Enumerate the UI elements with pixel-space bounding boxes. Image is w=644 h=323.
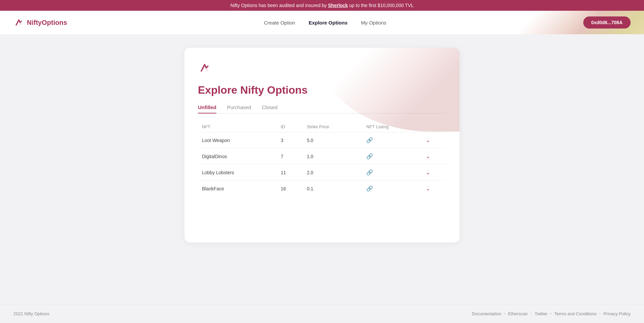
col-nft: NFT <box>198 122 277 132</box>
nft-name-2: Lobby Lobsters <box>198 165 277 181</box>
action-cell-2: ⌄ <box>422 165 446 181</box>
tab-closed[interactable]: Closed <box>262 104 278 113</box>
footer-documentation[interactable]: Documentation <box>472 311 501 316</box>
col-id: ID <box>277 122 303 132</box>
logo-colored: Options <box>42 19 67 26</box>
nft-listing-cell-3: 🔗 <box>362 181 422 197</box>
tab-unfilled[interactable]: Unfilled <box>198 104 216 113</box>
strike-price-2: 2.0 <box>303 165 363 181</box>
table-row: BlankFace 16 0.1 🔗 ⌄ <box>198 181 446 197</box>
title-colored: Nifty Options <box>240 84 308 96</box>
footer-sep-3: • <box>550 311 552 316</box>
col-strike-price: Strike Price <box>303 122 363 132</box>
main-content: Explore Nifty Options Unfilled Purchased… <box>0 34 644 304</box>
header: NiftyOptions Create Option Explore Optio… <box>0 11 644 34</box>
footer-twitter[interactable]: Twitter <box>535 311 547 316</box>
footer-sep-4: • <box>599 311 601 316</box>
table-row: Loot Weapon 3 5.0 🔗 ⌄ <box>198 132 446 148</box>
nav-create-option[interactable]: Create Option <box>264 20 295 26</box>
chevron-down-icon-2[interactable]: ⌄ <box>426 170 430 175</box>
logo-text: NiftyOptions <box>27 19 67 27</box>
link-icon-1[interactable]: 🔗 <box>366 153 373 159</box>
nft-id-3: 16 <box>277 181 303 197</box>
footer-etherscan[interactable]: Etherscan <box>508 311 528 316</box>
link-icon-2[interactable]: 🔗 <box>366 170 373 175</box>
nft-name-3: BlankFace <box>198 181 277 197</box>
card-logo-icon <box>198 61 211 75</box>
footer-sep-1: • <box>504 311 505 316</box>
nft-name-0: Loot Weapon <box>198 132 277 148</box>
wallet-button[interactable]: 0xd0d6...708A <box>583 16 631 29</box>
chevron-down-icon-0[interactable]: ⌄ <box>426 137 430 143</box>
title-regular: Explore <box>198 84 240 96</box>
top-banner: Nifty Options has been audited and insur… <box>0 0 644 11</box>
banner-sherlock-link[interactable]: Sherlock <box>328 3 348 8</box>
nft-name-1: DigitalDinos <box>198 148 277 165</box>
table-row: DigitalDinos 7 1.0 🔗 ⌄ <box>198 148 446 165</box>
nft-id-0: 3 <box>277 132 303 148</box>
col-nft-listing: NFT Listing <box>362 122 422 132</box>
nft-listing-cell-0: 🔗 <box>362 132 422 148</box>
table-row: Lobby Lobsters 11 2.0 🔗 ⌄ <box>198 165 446 181</box>
nft-listing-cell-2: 🔗 <box>362 165 422 181</box>
footer-sep-2: • <box>530 311 532 316</box>
banner-text-before: Nifty Options has been audited and insur… <box>230 3 328 8</box>
footer-links: Documentation • Etherscan • Twitter • Te… <box>472 311 631 316</box>
nft-listing-cell-1: 🔗 <box>362 148 422 165</box>
explore-card: Explore Nifty Options Unfilled Purchased… <box>184 48 460 242</box>
action-cell-0: ⌄ <box>422 132 446 148</box>
footer-privacy[interactable]: Privacy Policy <box>603 311 631 316</box>
logo-area: NiftyOptions <box>13 17 67 28</box>
footer: 2021 Nifty Options Documentation • Ether… <box>0 304 644 323</box>
strike-price-3: 0.1 <box>303 181 363 197</box>
link-icon-0[interactable]: 🔗 <box>366 137 373 143</box>
action-cell-1: ⌄ <box>422 148 446 165</box>
chevron-down-icon-3[interactable]: ⌄ <box>426 186 430 191</box>
tab-purchased[interactable]: Purchased <box>227 104 251 113</box>
strike-price-0: 5.0 <box>303 132 363 148</box>
page-title: Explore Nifty Options <box>198 84 446 96</box>
nav-explore-options[interactable]: Explore Options <box>309 20 347 26</box>
tabs: Unfilled Purchased Closed <box>198 104 446 113</box>
logo-icon <box>13 17 24 28</box>
nav: Create Option Explore Options My Options <box>264 20 386 26</box>
footer-terms[interactable]: Terms and Conditions <box>554 311 597 316</box>
nft-id-2: 11 <box>277 165 303 181</box>
logo-regular: Nifty <box>27 19 42 26</box>
strike-price-1: 1.0 <box>303 148 363 165</box>
options-table: NFT ID Strike Price NFT Listing Loot Wea… <box>198 122 446 196</box>
nft-id-1: 7 <box>277 148 303 165</box>
footer-copyright: 2021 Nifty Options <box>13 311 49 316</box>
banner-text-after: up to the first $10,000,000 TVL <box>348 3 414 8</box>
nav-my-options[interactable]: My Options <box>361 20 386 26</box>
link-icon-3[interactable]: 🔗 <box>366 186 373 191</box>
action-cell-3: ⌄ <box>422 181 446 197</box>
col-actions <box>422 122 446 132</box>
chevron-down-icon-1[interactable]: ⌄ <box>426 153 430 159</box>
